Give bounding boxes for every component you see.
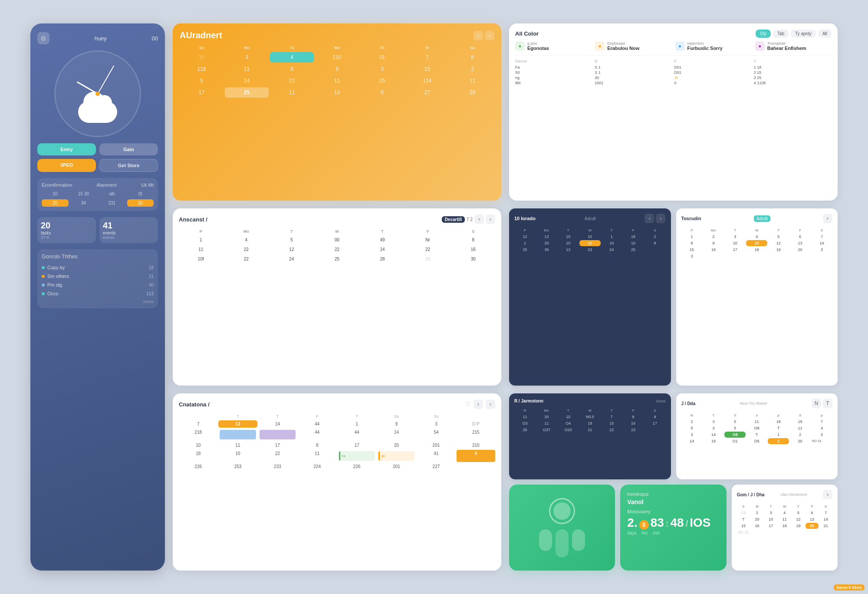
cal-day[interactable]: 10 <box>558 240 579 246</box>
cal-day[interactable]: 201 <box>377 463 416 470</box>
cal-day[interactable]: 15 <box>405 64 449 74</box>
cal-day[interactable]: 10 <box>724 240 746 246</box>
cal-day[interactable]: O3 <box>514 420 536 426</box>
stats-tab-4[interactable]: All <box>818 30 832 38</box>
cal-day-today[interactable]: 10 <box>579 240 601 246</box>
cal-day[interactable]: 12 <box>514 234 536 240</box>
cal-day[interactable]: 11 <box>225 64 269 74</box>
cal-day[interactable]: 21 <box>579 427 601 433</box>
cal-day[interactable]: T <box>746 432 767 438</box>
cal-day[interactable]: 1 <box>179 236 223 244</box>
cal-day[interactable]: 44 <box>338 429 376 441</box>
get-store-button[interactable]: Get Store <box>99 159 158 172</box>
cal-day[interactable]: 1 <box>338 420 376 428</box>
cal-day[interactable]: 10 <box>218 450 257 462</box>
cal-day[interactable]: 17 <box>644 420 666 426</box>
cal-day[interactable]: 9 <box>377 420 416 428</box>
cal-day[interactable]: 25 <box>514 247 536 253</box>
cal-day[interactable]: 44 <box>298 420 336 428</box>
cal-day[interactable]: 11 <box>270 87 314 98</box>
cal-day[interactable]: 215 <box>457 429 495 441</box>
cal-day[interactable]: 11 <box>315 76 359 86</box>
cal-day[interactable]: 19 <box>768 247 789 253</box>
cal-day[interactable]: 25 <box>623 247 644 253</box>
cal-day[interactable]: 7 <box>601 414 622 420</box>
mid-left-prev[interactable]: ‹ <box>474 214 484 224</box>
cal-day[interactable]: 28 <box>450 87 494 98</box>
cal-day[interactable]: 224 <box>298 463 336 470</box>
cal-day[interactable]: 2 <box>750 510 764 516</box>
cal-day[interactable]: 2 <box>450 64 494 74</box>
cal-day[interactable]: 13 <box>806 516 819 522</box>
bwhite-cal-last[interactable]: T <box>823 399 832 408</box>
cal-day[interactable]: 3 <box>417 420 455 428</box>
dark-cal-next[interactable]: › <box>656 214 665 223</box>
cal-day[interactable]: 7 <box>405 52 449 63</box>
cal-day[interactable]: 3 <box>811 432 832 438</box>
cal-day[interactable]: 22 <box>406 245 450 254</box>
cal-day[interactable]: 18 <box>179 450 217 462</box>
cal-day[interactable]: 54 <box>417 429 455 441</box>
cal-day[interactable]: 5 <box>180 76 224 86</box>
gain-button[interactable]: Gain <box>99 143 158 155</box>
cal-day[interactable]: 210 <box>457 442 495 449</box>
cal-day-green[interactable]: O8 <box>724 432 746 438</box>
cal-day[interactable]: 41 <box>417 450 455 462</box>
cal-day-today[interactable]: 25 <box>225 87 269 98</box>
cal-day[interactable]: 227 <box>417 463 455 470</box>
cal-day[interactable]: 11 <box>536 420 557 426</box>
cal-day[interactable]: 13 <box>789 240 811 246</box>
cal-day[interactable]: 16 <box>451 245 495 254</box>
dark-cal-prev[interactable]: ‹ <box>644 214 654 223</box>
cal-day[interactable]: 201 <box>417 442 455 449</box>
cal-day[interactable]: 20 <box>750 516 764 522</box>
bwhite-cal-prev[interactable]: N <box>812 399 821 408</box>
stats-tab-2[interactable]: Tab <box>773 30 789 38</box>
cal-day[interactable]: 1 <box>601 234 622 240</box>
cal-day-selected[interactable]: 4 <box>270 52 314 63</box>
cal-day-highlight[interactable]: 13 <box>218 420 257 428</box>
cal-day[interactable]: 10 <box>579 234 601 240</box>
cal-day[interactable]: 4 <box>811 425 832 431</box>
cal-day[interactable]: 16 <box>623 420 644 426</box>
cal-day[interactable]: 218 <box>179 429 217 441</box>
stats-tab-3[interactable]: Ty apnty <box>791 30 816 38</box>
cal-day[interactable]: 11 <box>218 442 257 449</box>
cal-day[interactable]: 23 <box>270 76 314 86</box>
cal-day[interactable]: 18 <box>768 419 789 425</box>
cal-day[interactable]: 3 <box>724 234 746 240</box>
cal-day[interactable]: 24 <box>601 247 622 253</box>
cal-day[interactable]: 5 <box>681 425 703 431</box>
cal-day-orange[interactable]: 1 <box>768 438 789 444</box>
big-cal-next[interactable]: › <box>485 31 494 40</box>
cal-day[interactable]: 25 <box>360 76 404 86</box>
cal-day[interactable]: 8 <box>450 52 494 63</box>
cal-day[interactable]: 9 <box>703 240 724 246</box>
cal-day[interactable]: 3 <box>764 510 778 516</box>
cal-day-today[interactable]: 20 <box>806 523 819 529</box>
cal-day-orange[interactable]: 4 <box>457 450 495 462</box>
cal-day[interactable]: 114 <box>405 76 449 86</box>
cal-day[interactable]: 14 <box>811 240 832 246</box>
cal-day[interactable]: 3 <box>681 253 703 259</box>
cal-day[interactable]: 28 <box>360 255 404 263</box>
cal-day[interactable]: 12 <box>270 245 314 254</box>
cal-day[interactable]: 14 <box>681 438 703 444</box>
cal-day[interactable]: 5 <box>724 425 746 431</box>
cal-day[interactable]: 17 <box>764 523 778 529</box>
cal-day[interactable]: 10 <box>601 240 622 246</box>
cal-day[interactable]: 15 <box>737 523 750 529</box>
cal-day[interactable]: 23 <box>579 247 601 253</box>
cal-day-today[interactable]: 10 <box>746 240 767 246</box>
cal-day[interactable]: 5 <box>724 419 746 425</box>
cal-day[interactable]: 5O 31 <box>737 529 750 535</box>
cal-day[interactable]: 2 <box>681 419 703 425</box>
cal-day[interactable]: 14 <box>225 76 269 86</box>
cal-day[interactable]: 7 <box>179 420 217 428</box>
cal-day[interactable]: 10 <box>315 87 359 98</box>
cal-day[interactable]: 10f <box>179 255 223 263</box>
cal-day[interactable]: 5O 31 <box>811 438 832 444</box>
cal-day[interactable]: 14 <box>819 516 832 522</box>
big-cal-prev[interactable]: ‹ <box>473 31 483 40</box>
cal-day[interactable]: Nr <box>406 236 450 244</box>
